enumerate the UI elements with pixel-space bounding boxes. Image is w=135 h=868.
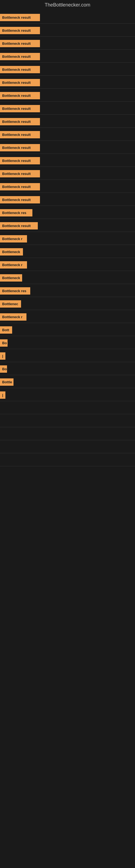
bottleneck-badge[interactable]: Bottleneck r — [0, 261, 27, 269]
bottleneck-badge[interactable]: Bottleneck res — [0, 287, 30, 294]
bottleneck-row: Bottleneck result — [0, 115, 135, 128]
bottleneck-row — [0, 428, 135, 440]
bottleneck-row: Bottleneck result — [0, 128, 135, 141]
bottleneck-badge[interactable]: Bottleneck result — [0, 157, 40, 164]
bottleneck-list: Bottleneck resultBottleneck resultBottle… — [0, 11, 135, 466]
bottleneck-row: Bottleneck res — [0, 207, 135, 219]
bottleneck-badge[interactable]: Bottleneck — [0, 274, 22, 282]
bottleneck-badge[interactable]: Bottleneck result — [0, 131, 40, 138]
bottleneck-row: Bottleneck res — [0, 284, 135, 297]
bottleneck-row: Bottleneck result — [0, 102, 135, 115]
bottleneck-badge[interactable]: | — [0, 392, 5, 399]
bottleneck-row — [0, 402, 135, 414]
site-title: TheBottlenecker.com — [0, 0, 135, 11]
bottleneck-row: Bottleneck result — [0, 219, 135, 232]
bottleneck-row: Bottleneck result — [0, 37, 135, 50]
bottleneck-row — [0, 415, 135, 427]
bottleneck-row: Bo — [0, 337, 135, 349]
bottleneck-row: Bottle — [0, 376, 135, 388]
bottleneck-row: | — [0, 350, 135, 362]
bottleneck-badge[interactable]: Bo — [0, 339, 8, 347]
bottleneck-badge[interactable]: Bottleneck res — [0, 209, 32, 216]
bottleneck-badge[interactable]: | — [0, 352, 5, 360]
bottleneck-badge[interactable]: Bottleneck result — [0, 92, 40, 99]
bottleneck-badge[interactable]: Bottleneck result — [0, 14, 40, 21]
bottleneck-badge[interactable]: Bottleneck result — [0, 40, 40, 47]
bottleneck-badge[interactable]: Bottleneck result — [0, 144, 40, 151]
bottleneck-badge[interactable]: Bottleneck r — [0, 235, 27, 243]
bottleneck-row: Bottleneck — [0, 246, 135, 258]
bottleneck-badge[interactable]: Bottleneck result — [0, 183, 40, 190]
bottleneck-badge[interactable]: Bottleneck result — [0, 66, 40, 73]
bottleneck-badge[interactable]: Bottleneck result — [0, 118, 40, 125]
bottleneck-row: Bottleneck result — [0, 89, 135, 102]
bottleneck-row — [0, 454, 135, 466]
bottleneck-row: Bottleneck result — [0, 193, 135, 206]
bottleneck-row: Bottleneck r — [0, 258, 135, 271]
bottleneck-row — [0, 441, 135, 453]
bottleneck-badge[interactable]: Bottleneck result — [0, 196, 40, 204]
bottleneck-row: Bottleneck result — [0, 154, 135, 167]
bottleneck-badge[interactable]: Bottleneck result — [0, 170, 40, 177]
bottleneck-row: Bottleneck result — [0, 141, 135, 154]
bottleneck-badge[interactable]: Bo — [0, 365, 7, 373]
bottleneck-row: Bottleneck r — [0, 232, 135, 245]
bottleneck-row: Bottleneck result — [0, 24, 135, 37]
bottleneck-row: Bottleneck result — [0, 11, 135, 24]
bottleneck-badge[interactable]: Bottleneck result — [0, 79, 40, 86]
bottleneck-row: Bottleneck — [0, 272, 135, 284]
bottleneck-badge[interactable]: Bottleneck result — [0, 105, 40, 112]
bottleneck-row: Bottleneck result — [0, 50, 135, 63]
bottleneck-row: Bott — [0, 323, 135, 336]
bottleneck-badge[interactable]: Bottleneck result — [0, 27, 40, 34]
bottleneck-row: Bottleneck result — [0, 76, 135, 89]
bottleneck-badge[interactable]: Bott — [0, 326, 12, 334]
bottleneck-row: Bottlenec — [0, 298, 135, 310]
bottleneck-badge[interactable]: Bottlenec — [0, 300, 21, 308]
bottleneck-row: Bottleneck result — [0, 180, 135, 193]
bottleneck-row: Bottleneck result — [0, 63, 135, 76]
bottleneck-row: Bo — [0, 363, 135, 375]
bottleneck-row: Bottleneck result — [0, 167, 135, 180]
bottleneck-badge[interactable]: Bottleneck — [0, 248, 23, 255]
bottleneck-badge[interactable]: Bottleneck result — [0, 222, 38, 229]
bottleneck-row: | — [0, 389, 135, 401]
bottleneck-badge[interactable]: Bottleneck result — [0, 53, 40, 60]
bottleneck-badge[interactable]: Bottleneck r — [0, 313, 27, 321]
bottleneck-row: Bottleneck r — [0, 311, 135, 323]
bottleneck-badge[interactable]: Bottle — [0, 378, 13, 386]
